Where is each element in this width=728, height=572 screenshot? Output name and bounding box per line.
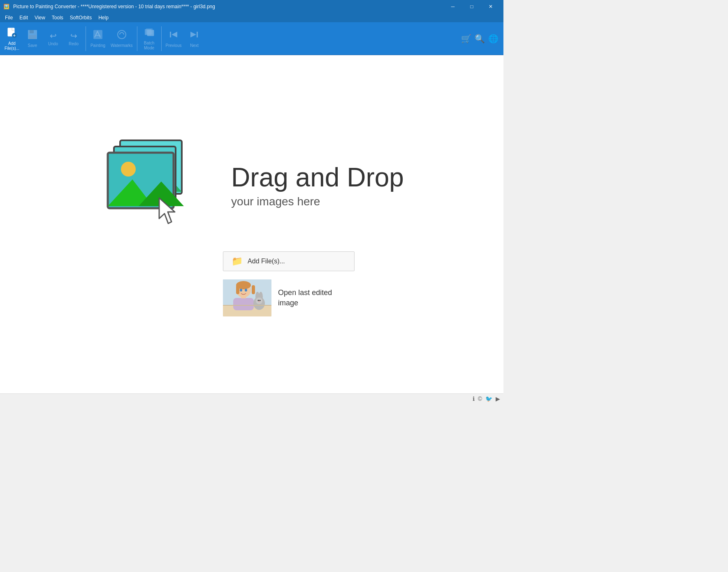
svg-point-36 [240, 289, 242, 292]
toolbar-separator-3 [161, 26, 162, 51]
save-label: Save [28, 43, 37, 48]
menu-tools[interactable]: Tools [49, 14, 67, 21]
svg-rect-34 [236, 285, 239, 294]
add-files-label: AddFile(s)... [5, 41, 19, 51]
toolbar-undo[interactable]: ↩ Undo [43, 24, 63, 53]
video-icon[interactable]: ▶ [496, 395, 500, 402]
toolbar: + AddFile(s)... Save ↩ Undo ↪ Redo [0, 22, 503, 55]
batch-mode-label: BatchMode [144, 41, 155, 51]
cart-icon[interactable]: 🛒 [461, 34, 471, 44]
menu-softorbits[interactable]: SoftOrbits [67, 14, 95, 21]
undo-icon: ↩ [50, 31, 57, 41]
menu-edit[interactable]: Edit [16, 14, 31, 21]
menu-help[interactable]: Help [95, 14, 112, 21]
svg-point-7 [118, 30, 126, 39]
title-bar: 🖼️ Picture to Painting Converter - ****U… [0, 0, 503, 13]
svg-marker-12 [172, 32, 177, 37]
menu-view[interactable]: View [31, 14, 49, 21]
toolbar-separator-1 [86, 26, 86, 51]
top-row: Drag and Drop your images here [100, 132, 404, 239]
svg-rect-13 [197, 32, 198, 37]
svg-point-43 [260, 300, 261, 301]
svg-rect-4 [30, 30, 34, 33]
toolbar-separator-2 [137, 26, 137, 51]
svg-point-41 [256, 298, 262, 304]
svg-marker-14 [190, 32, 196, 37]
globe-icon[interactable]: 🌐 [488, 34, 498, 44]
toolbar-save[interactable]: Save [22, 24, 43, 53]
drag-drop-title: Drag and Drop [231, 163, 404, 192]
svg-text:+: + [13, 33, 16, 38]
status-bar: ℹ © 🐦 ▶ [0, 393, 503, 403]
svg-point-42 [258, 300, 259, 301]
previous-icon [168, 29, 179, 42]
painting-label: Painting [90, 43, 105, 48]
next-icon [189, 29, 199, 42]
svg-rect-10 [147, 30, 154, 36]
actions-row: 📁 Add File(s)... [100, 251, 355, 316]
menu-file[interactable]: File [2, 14, 16, 21]
copyright-icon[interactable]: © [478, 395, 482, 402]
svg-rect-5 [29, 35, 36, 39]
menu-bar: File Edit View Tools SoftOrbits Help [0, 13, 503, 22]
info-icon[interactable]: ℹ [473, 395, 475, 402]
toolbar-redo[interactable]: ↪ Redo [63, 24, 84, 53]
drag-drop-subtitle: your images here [231, 195, 404, 208]
window-controls: ─ □ ✕ [443, 0, 500, 13]
svg-point-24 [121, 162, 136, 177]
toolbar-right: 🛒 🔍 🌐 [461, 34, 502, 44]
toolbar-painting[interactable]: Painting [88, 24, 108, 53]
undo-label: Undo [48, 42, 58, 47]
add-files-icon: + [6, 26, 18, 40]
watermarks-icon [116, 29, 127, 42]
next-label: Next [190, 43, 199, 48]
open-last-edited[interactable]: Open last editedimage [223, 279, 355, 316]
previous-label: Previous [166, 43, 182, 48]
add-files-button[interactable]: 📁 Add File(s)... [223, 251, 355, 271]
open-last-edited-text: Open last editedimage [278, 288, 332, 308]
close-button[interactable]: ✕ [481, 0, 500, 13]
drag-drop-illustration [100, 132, 206, 239]
svg-rect-35 [252, 285, 255, 294]
drop-text: Drag and Drop your images here [231, 163, 404, 208]
save-icon [27, 29, 38, 42]
watermarks-label: Watermarks [111, 43, 133, 48]
last-edited-thumbnail [223, 279, 271, 316]
toolbar-watermarks[interactable]: Watermarks [108, 24, 135, 53]
svg-rect-30 [233, 298, 254, 310]
svg-rect-11 [170, 32, 171, 37]
svg-rect-45 [223, 305, 271, 306]
main-content: Drag and Drop your images here 📁 Add Fil… [0, 55, 503, 393]
minimize-button[interactable]: ─ [443, 0, 462, 13]
app-icon: 🖼️ [3, 3, 11, 10]
folder-icon: 📁 [232, 256, 243, 267]
toolbar-previous[interactable]: Previous [163, 24, 184, 53]
redo-label: Redo [69, 42, 79, 47]
svg-point-44 [258, 301, 260, 302]
redo-icon: ↪ [70, 31, 77, 41]
add-files-button-label: Add File(s)... [248, 258, 285, 265]
toolbar-add-files[interactable]: + AddFile(s)... [2, 24, 22, 53]
batch-mode-icon [144, 27, 155, 40]
title-bar-text: Picture to Painting Converter - ****Unre… [13, 4, 443, 9]
painting-icon [93, 29, 103, 42]
toolbar-batch-mode[interactable]: BatchMode [139, 24, 160, 53]
toolbar-next[interactable]: Next [184, 24, 204, 53]
center-content: Drag and Drop your images here 📁 Add Fil… [100, 132, 404, 316]
search-icon[interactable]: 🔍 [475, 34, 485, 44]
twitter-icon[interactable]: 🐦 [485, 395, 492, 402]
svg-point-37 [245, 289, 247, 292]
maximize-button[interactable]: □ [462, 0, 481, 13]
